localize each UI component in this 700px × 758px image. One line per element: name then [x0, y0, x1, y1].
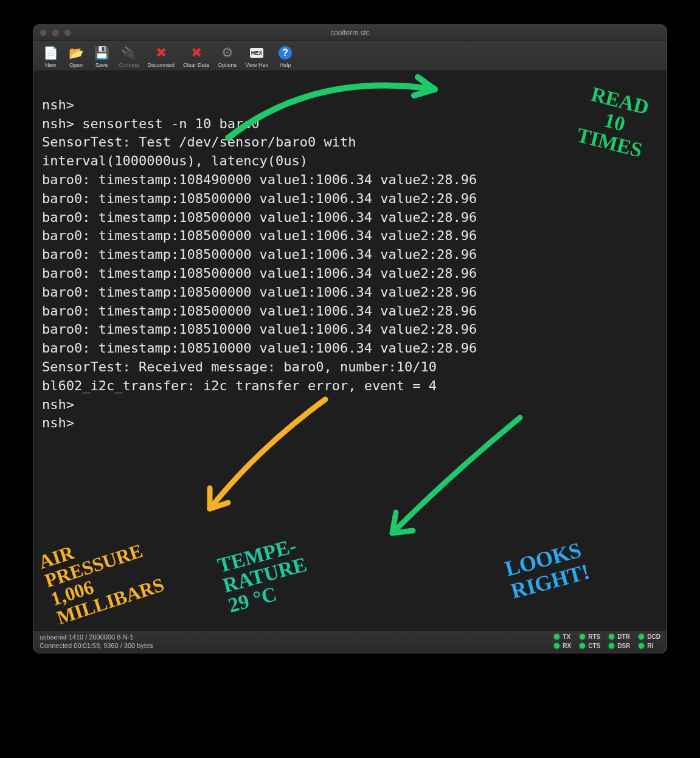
led-tx: TX [554, 633, 571, 640]
led-dtr: DTR [609, 633, 630, 640]
led-dcd-label: DCD [647, 633, 660, 640]
led-dcd: DCD [639, 633, 660, 640]
led-tx-indicator [554, 634, 560, 639]
open-button-label: Open [69, 62, 83, 68]
led-ri: RI [639, 643, 660, 649]
titlebar[interactable]: coolterm.stc [33, 25, 667, 41]
options-icon: ⚙ [219, 44, 236, 61]
led-rts-label: RTS [588, 633, 600, 640]
led-dsr-label: DSR [617, 643, 630, 649]
led-tx-label: TX [563, 633, 570, 640]
clear-data-icon: ✖ [188, 44, 205, 61]
status-port: usbserial-1410 / 2000000 8-N-1 [40, 633, 153, 641]
connect-icon: 🔌 [120, 44, 137, 61]
view-hex-button[interactable]: HEXView Hex [241, 43, 272, 69]
led-rts: RTS [580, 633, 600, 640]
led-dtr-indicator [609, 634, 614, 639]
disconnect-button[interactable]: ✖Disconnect [144, 43, 179, 69]
led-dsr-indicator [609, 643, 614, 649]
disconnect-button-label: Disconnect [148, 62, 175, 68]
terminal-output[interactable]: nsh> nsh> sensortest -n 10 baro0 SensorT… [33, 71, 667, 630]
led-ri-indicator [639, 643, 644, 649]
status-bar: usbserial-1410 / 2000000 8-N-1 Connected… [33, 630, 667, 653]
app-window: coolterm.stc 📄New📂Open💾Save🔌Connect✖Disc… [33, 24, 667, 653]
options-button-label: Options [218, 62, 237, 68]
led-dcd-indicator [639, 634, 644, 639]
terminal-text: nsh> nsh> sensortest -n 10 baro0 SensorT… [42, 96, 658, 433]
led-cts: CTS [580, 643, 600, 649]
help-icon: ? [277, 44, 294, 61]
annotation-air-pressure: AIR PRESSURE 1,006 MILLIBARS [36, 519, 167, 627]
clear-data-button[interactable]: ✖Clear Data [179, 43, 213, 69]
led-cts-indicator [580, 643, 585, 649]
new-icon: 📄 [42, 44, 59, 61]
connect-button[interactable]: 🔌Connect [115, 43, 143, 69]
view-hex-button-label: View Hex [245, 62, 268, 68]
clear-data-button-label: Clear Data [183, 62, 209, 68]
led-dtr-label: DTR [617, 633, 630, 640]
annotation-temperature: TEMPE- RATURE 29 °C [215, 534, 314, 616]
connect-button-label: Connect [119, 62, 139, 68]
led-cts-label: CTS [588, 643, 600, 649]
save-button-label: Save [95, 62, 108, 68]
help-button[interactable]: ?Help [273, 43, 297, 69]
view-hex-icon: HEX [248, 44, 265, 61]
window-title: coolterm.stc [33, 29, 667, 37]
led-rts-indicator [580, 634, 585, 639]
toolbar: 📄New📂Open💾Save🔌Connect✖Disconnect✖Clear … [33, 41, 667, 71]
status-leds: TXRTSDTRDCDRXCTSDSRRI [554, 633, 660, 649]
options-button[interactable]: ⚙Options [214, 43, 240, 69]
new-button[interactable]: 📄New [38, 43, 63, 69]
led-rx: RX [554, 643, 571, 649]
disconnect-icon: ✖ [153, 44, 170, 61]
led-rx-indicator [554, 643, 560, 649]
status-connection: Connected 00:01:59, 9360 / 300 bytes [40, 642, 153, 649]
help-button-label: Help [280, 62, 291, 68]
led-rx-label: RX [563, 643, 571, 649]
led-ri-label: RI [647, 643, 653, 649]
annotation-looks-right: LOOKS RIGHT! [502, 539, 592, 604]
open-icon: 📂 [68, 44, 85, 61]
save-icon: 💾 [93, 44, 110, 61]
open-button[interactable]: 📂Open [64, 43, 88, 69]
new-button-label: New [45, 62, 56, 68]
save-button[interactable]: 💾Save [89, 43, 114, 69]
led-dsr: DSR [609, 643, 630, 649]
